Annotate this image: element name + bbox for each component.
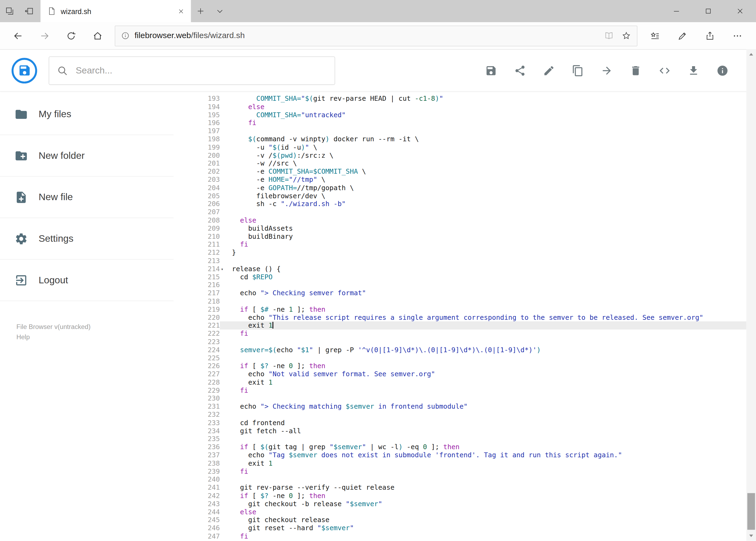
delete-button[interactable] bbox=[621, 56, 650, 85]
scroll-down-button[interactable] bbox=[746, 530, 756, 541]
code-line[interactable]: 206 sh -c "./wizard.sh -b" bbox=[173, 200, 746, 208]
tabs-set-aside-button[interactable] bbox=[0, 0, 19, 22]
code-line[interactable]: 236 if [ $(git tag | grep "$semver" | wc… bbox=[173, 443, 746, 451]
sidebar-item-new-folder[interactable]: New folder bbox=[0, 135, 173, 177]
code-line[interactable]: 194 else bbox=[173, 103, 746, 111]
sidebar-item-settings[interactable]: Settings bbox=[0, 218, 173, 260]
code-line[interactable]: 239 fi bbox=[173, 467, 746, 475]
settings-menu-button[interactable] bbox=[724, 25, 751, 46]
set-tabs-aside-button[interactable] bbox=[19, 0, 38, 22]
page-scrollbar[interactable] bbox=[746, 49, 756, 541]
forward-button[interactable] bbox=[31, 25, 58, 46]
scroll-up-button[interactable] bbox=[746, 49, 756, 60]
info-button[interactable] bbox=[708, 56, 737, 85]
site-info-icon[interactable] bbox=[121, 31, 129, 40]
code-line[interactable]: 193 COMMIT_SHA="$(git rev-parse HEAD | c… bbox=[173, 95, 746, 103]
code-line[interactable]: 216 bbox=[173, 281, 746, 289]
code-line[interactable]: 204 -e GOPATH=//tmp/gopath \ bbox=[173, 184, 746, 192]
code-line[interactable]: 227 echo "Not valid semver format. See s… bbox=[173, 370, 746, 378]
code-line[interactable]: 247 fi bbox=[173, 532, 746, 540]
share-file-button[interactable] bbox=[505, 56, 534, 85]
sidebar-item-my-files[interactable]: My files bbox=[0, 94, 173, 135]
browser-tab[interactable]: wizard.sh bbox=[41, 0, 191, 22]
download-button[interactable] bbox=[679, 56, 708, 85]
refresh-button[interactable] bbox=[58, 25, 84, 46]
code-line[interactable]: 222 fi bbox=[173, 329, 746, 337]
code-line[interactable]: 200 -v /$(pwd):/src:z \ bbox=[173, 151, 746, 159]
close-window-button[interactable] bbox=[724, 0, 756, 22]
tab-close-button[interactable] bbox=[176, 6, 186, 16]
app-logo[interactable] bbox=[12, 58, 37, 83]
web-note-button[interactable] bbox=[669, 25, 696, 46]
code-line[interactable]: 199 -u "$(id -u)" \ bbox=[173, 143, 746, 151]
back-button[interactable] bbox=[5, 25, 31, 46]
reading-view-button[interactable] bbox=[604, 31, 614, 41]
code-line[interactable]: 208 else bbox=[173, 216, 746, 224]
search-input[interactable] bbox=[75, 65, 327, 76]
code-line[interactable]: 213 bbox=[173, 257, 746, 265]
share-button[interactable] bbox=[696, 25, 724, 46]
code-line[interactable]: 218 bbox=[173, 297, 746, 305]
code-line[interactable]: 234 git fetch --all bbox=[173, 427, 746, 435]
code-line[interactable]: 195 COMMIT_SHA="untracked" bbox=[173, 111, 746, 119]
hub-button[interactable] bbox=[641, 25, 669, 46]
code-line[interactable]: 224 semver=$(echo "$1" | grep -P '^v(0|[… bbox=[173, 346, 746, 354]
minimize-button[interactable] bbox=[660, 0, 692, 22]
new-tab-button[interactable] bbox=[191, 0, 210, 22]
code-line[interactable]: 229 fi bbox=[173, 386, 746, 394]
code-line[interactable]: 219 if [ $# -ne 1 ]; then bbox=[173, 305, 746, 313]
code-line[interactable]: 240 bbox=[173, 475, 746, 483]
sidebar-item-logout[interactable]: Logout bbox=[0, 260, 173, 301]
url-field[interactable]: filebrowser.web/files/wizard.sh bbox=[115, 25, 637, 46]
tab-preview-toggle[interactable] bbox=[210, 0, 229, 22]
search-box[interactable] bbox=[49, 56, 335, 85]
code-line[interactable]: 209 buildAssets bbox=[173, 224, 746, 232]
code-line[interactable]: 197 bbox=[173, 127, 746, 135]
code-line[interactable]: 198 $(command -v winpty) docker run --rm… bbox=[173, 135, 746, 143]
code-line[interactable]: 238 exit 1 bbox=[173, 459, 746, 467]
save-button[interactable] bbox=[476, 56, 505, 85]
code-line[interactable]: 217 echo "> Checking semver format" bbox=[173, 289, 746, 297]
fold-arrow-icon[interactable]: ▾ bbox=[221, 265, 223, 273]
code-line[interactable]: 231 echo "> Checking matching $semver in… bbox=[173, 402, 746, 410]
code-line[interactable]: 232 bbox=[173, 410, 746, 419]
code-line[interactable]: 221 exit 1 bbox=[173, 321, 746, 329]
code-line[interactable]: 205 filebrowser/dev \ bbox=[173, 192, 746, 200]
code-line[interactable]: 243 git checkout -b release "$semver" bbox=[173, 500, 746, 508]
copy-button[interactable] bbox=[563, 56, 592, 85]
code-line[interactable]: 237 echo "Tag $semver does not exist in … bbox=[173, 451, 746, 459]
code-line[interactable]: 212} bbox=[173, 249, 746, 257]
code-line[interactable]: 235 bbox=[173, 435, 746, 443]
code-line[interactable]: 202 -e COMMIT_SHA=$COMMIT_SHA \ bbox=[173, 168, 746, 176]
code-line[interactable]: 203 -e HOME="//tmp" \ bbox=[173, 176, 746, 184]
code-editor[interactable]: 193 COMMIT_SHA="$(git rev-parse HEAD | c… bbox=[173, 92, 756, 541]
code-line[interactable]: 230 bbox=[173, 394, 746, 402]
sidebar-item-new-file[interactable]: New file bbox=[0, 177, 173, 218]
code-line[interactable]: 220 echo "This release script requires a… bbox=[173, 313, 746, 321]
raw-view-button[interactable] bbox=[650, 56, 679, 85]
code-line[interactable]: 210 buildBinary bbox=[173, 232, 746, 241]
move-button[interactable] bbox=[592, 56, 621, 85]
code-line[interactable]: 211 fi bbox=[173, 241, 746, 249]
code-line[interactable]: 241 git rev-parse --verify --quiet relea… bbox=[173, 483, 746, 492]
code-line[interactable]: 246 git reset --hard "$semver" bbox=[173, 524, 746, 532]
code-line[interactable]: 207 bbox=[173, 208, 746, 216]
code-line[interactable]: 201 -w //src \ bbox=[173, 159, 746, 168]
rename-button[interactable] bbox=[534, 56, 563, 85]
maximize-button[interactable] bbox=[692, 0, 724, 22]
code-line[interactable]: 245 git checkout release bbox=[173, 516, 746, 524]
code-line[interactable]: 242 if [ $? -ne 0 ]; then bbox=[173, 492, 746, 500]
code-line[interactable]: 215 cd $REPO bbox=[173, 273, 746, 281]
code-line[interactable]: 226 if [ $? -ne 0 ]; then bbox=[173, 362, 746, 370]
code-line[interactable]: 228 exit 1 bbox=[173, 378, 746, 386]
home-button[interactable] bbox=[85, 25, 111, 46]
code-line[interactable]: 214▾release () { bbox=[173, 265, 746, 273]
code-line[interactable]: 233 cd frontend bbox=[173, 419, 746, 427]
code-line[interactable]: 223 bbox=[173, 337, 746, 346]
help-link[interactable]: Help bbox=[16, 332, 157, 342]
scrollbar-thumb[interactable] bbox=[747, 493, 755, 530]
code-line[interactable]: 225 bbox=[173, 354, 746, 362]
code-line[interactable]: 196 fi bbox=[173, 119, 746, 127]
favorite-button[interactable] bbox=[622, 31, 631, 41]
code-line[interactable]: 244 else bbox=[173, 508, 746, 516]
